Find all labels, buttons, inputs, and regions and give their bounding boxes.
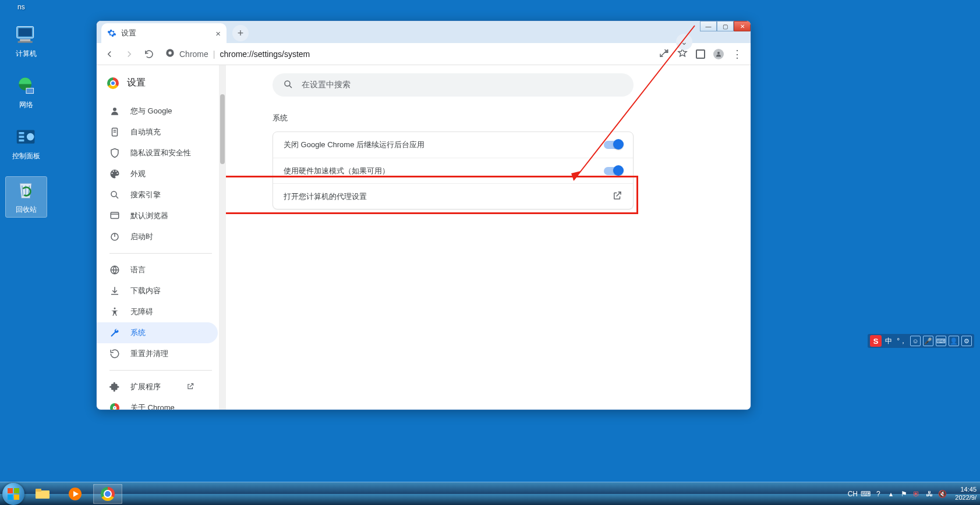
chrome-page-icon (165, 48, 175, 59)
desktop-icon-computer[interactable]: 计算机 (6, 23, 47, 59)
keyboard-icon[interactable]: ⌨ (936, 336, 946, 346)
chrome-icon (101, 487, 115, 501)
ime-punctuation[interactable]: °， (896, 336, 908, 346)
clock-time: 14:45 (955, 486, 977, 493)
svg-rect-2 (20, 39, 30, 41)
sidebar-item-label: 启动时 (130, 232, 153, 242)
toggle-hardware-acceleration[interactable] (604, 167, 622, 175)
desktop-icon-control-panel[interactable]: 控制面板 (6, 126, 47, 161)
settings-main: 在设置中搜索 系统 关闭 Google Chrome 后继续运行后台应用 使用硬… (226, 65, 751, 410)
svg-point-20 (114, 308, 116, 310)
sidebar-item-extensions[interactable]: 扩展程序 (97, 376, 218, 397)
sidebar-item-about[interactable]: 关于 Chrome (97, 397, 218, 410)
reload-button[interactable] (142, 47, 156, 61)
system-tray: CH ⌨ ? ▴ ⚑ ⛨ 🖧 🔇 14:45 2022/9/ (848, 486, 977, 501)
chrome-logo-icon (107, 77, 119, 89)
scrollbar-thumb[interactable] (220, 94, 225, 164)
ime-language[interactable]: 中 (884, 336, 893, 346)
toggle-background-apps[interactable] (604, 141, 622, 149)
sidebar-item-label: 搜索引擎 (130, 190, 161, 200)
address-url: chrome://settings/system (220, 49, 310, 59)
sidebar-item-you-and-google[interactable]: 您与 Google (97, 101, 218, 122)
titlebar: 设置 × + ⌄ — ▢ ✕ (97, 21, 751, 43)
start-button[interactable] (2, 483, 24, 505)
svg-point-14 (113, 108, 116, 111)
chrome-mini-icon (109, 403, 120, 410)
toolbar-right: ⋮ (659, 48, 745, 60)
search-icon (109, 190, 120, 200)
sidebar-item-label: 重置并清理 (130, 348, 168, 359)
taskbar-media-player[interactable] (61, 484, 90, 504)
row-hardware-acceleration[interactable]: 使用硬件加速模式（如果可用） (273, 158, 633, 183)
language-indicator[interactable]: CH (848, 489, 857, 499)
sidebar-item-label: 无障碍 (130, 307, 153, 317)
external-link-icon (186, 382, 194, 392)
power-icon (109, 232, 120, 242)
address-prefix: Chrome (179, 49, 208, 59)
sidebar-item-autofill[interactable]: 自动填充 (97, 122, 218, 143)
network-icon (15, 74, 38, 98)
side-panel-icon[interactable] (696, 49, 705, 59)
forward-button[interactable] (122, 47, 136, 61)
sidebar-item-default-browser[interactable]: 默认浏览器 (97, 205, 218, 226)
tray-volume-icon[interactable]: 🔇 (937, 489, 947, 499)
sidebar-item-accessibility[interactable]: 无障碍 (97, 301, 218, 322)
restore-icon (109, 348, 120, 359)
address-bar[interactable]: Chrome | chrome://settings/system (162, 48, 653, 59)
control-panel-icon (15, 126, 38, 149)
back-button[interactable] (102, 47, 116, 61)
close-tab-icon[interactable]: × (215, 29, 221, 38)
clock-date: 2022/9/ (955, 494, 977, 502)
settings-title-row: 设置 (97, 77, 226, 101)
taskbar-chrome[interactable] (93, 484, 122, 504)
svg-point-12 (168, 51, 171, 54)
settings-icon[interactable]: ⚙ (961, 336, 972, 346)
chevron-down-icon[interactable]: ⌄ (676, 34, 692, 50)
sidebar-item-privacy[interactable]: 隐私设置和安全性 (97, 143, 218, 163)
sidebar-item-system[interactable]: 系统 (97, 322, 218, 343)
sidebar-item-languages[interactable]: 语言 (97, 259, 218, 280)
close-button[interactable]: ✕ (734, 21, 751, 31)
address-divider: | (213, 49, 215, 59)
extension-icon (109, 382, 120, 392)
taskbar-explorer[interactable] (28, 484, 57, 504)
sidebar-item-reset[interactable]: 重置并清理 (97, 343, 218, 364)
row-proxy-settings[interactable]: 打开您计算机的代理设置 (273, 183, 633, 209)
profile-icon[interactable] (713, 49, 724, 59)
person-icon[interactable]: 👤 (949, 336, 959, 346)
desktop-label: 控制面板 (6, 151, 47, 161)
tray-help-icon[interactable]: ? (873, 489, 883, 499)
shield-icon (109, 148, 120, 158)
autofill-icon (109, 127, 120, 137)
svg-rect-28 (36, 490, 49, 499)
sidebar-item-downloads[interactable]: 下载内容 (97, 280, 218, 301)
sidebar-item-appearance[interactable]: 外观 (97, 163, 218, 184)
share-icon[interactable] (659, 48, 669, 60)
desktop-icon-recycle-bin[interactable]: 回收站 (6, 177, 47, 217)
tray-keyboard-icon[interactable]: ⌨ (861, 489, 870, 499)
new-tab-button[interactable]: + (232, 25, 249, 41)
smile-icon[interactable]: ☺ (910, 336, 921, 346)
desktop-label: 网络 (6, 100, 47, 110)
sidebar-item-on-startup[interactable]: 启动时 (97, 226, 218, 247)
row-background-apps[interactable]: 关闭 Google Chrome 后继续运行后台应用 (273, 132, 633, 158)
tab-settings[interactable]: 设置 × (101, 23, 227, 43)
desktop-icon-network[interactable]: 网络 (6, 74, 47, 110)
tray-chevron-icon[interactable]: ▴ (886, 489, 896, 499)
desktop-label: 计算机 (6, 49, 47, 59)
sidebar-item-label: 关于 Chrome (130, 403, 175, 410)
sidebar-scrollbar[interactable] (219, 65, 226, 410)
tray-flag-icon[interactable]: ⚑ (899, 489, 908, 499)
taskbar-clock[interactable]: 14:45 2022/9/ (950, 486, 977, 501)
maximize-button[interactable]: ▢ (717, 21, 734, 31)
ime-toolbar[interactable]: S 中 °， ☺ 🎤 ⌨ 👤 ⚙ (868, 334, 974, 348)
mic-icon[interactable]: 🎤 (923, 336, 933, 346)
tray-shield-icon[interactable]: ⛨ (912, 489, 921, 499)
settings-search-input[interactable]: 在设置中搜索 (273, 73, 634, 97)
computer-icon (15, 23, 38, 47)
minimize-button[interactable]: — (700, 21, 717, 31)
system-settings-card: 关闭 Google Chrome 后继续运行后台应用 使用硬件加速模式（如果可用… (273, 131, 634, 209)
tray-network-icon[interactable]: 🖧 (925, 489, 934, 499)
sidebar-item-search-engine[interactable]: 搜索引擎 (97, 184, 218, 205)
svg-rect-7 (19, 132, 24, 134)
